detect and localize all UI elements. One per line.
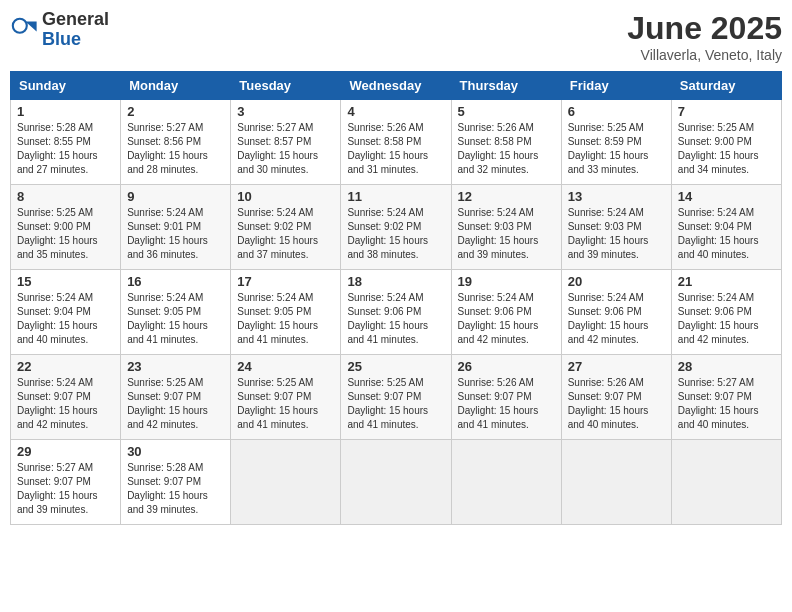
day-number: 22 xyxy=(17,359,114,374)
day-info: Sunrise: 5:24 AMSunset: 9:06 PMDaylight:… xyxy=(458,291,555,347)
day-info: Sunrise: 5:27 AMSunset: 9:07 PMDaylight:… xyxy=(678,376,775,432)
logo-blue: Blue xyxy=(42,30,109,50)
day-number: 5 xyxy=(458,104,555,119)
table-row: 7Sunrise: 5:25 AMSunset: 9:00 PMDaylight… xyxy=(671,100,781,185)
day-info: Sunrise: 5:24 AMSunset: 9:02 PMDaylight:… xyxy=(347,206,444,262)
day-number: 21 xyxy=(678,274,775,289)
day-info: Sunrise: 5:26 AMSunset: 9:07 PMDaylight:… xyxy=(458,376,555,432)
day-number: 2 xyxy=(127,104,224,119)
day-info: Sunrise: 5:24 AMSunset: 9:01 PMDaylight:… xyxy=(127,206,224,262)
month-title: June 2025 xyxy=(627,10,782,47)
day-number: 27 xyxy=(568,359,665,374)
day-info: Sunrise: 5:26 AMSunset: 9:07 PMDaylight:… xyxy=(568,376,665,432)
table-row: 19Sunrise: 5:24 AMSunset: 9:06 PMDayligh… xyxy=(451,270,561,355)
table-row: 14Sunrise: 5:24 AMSunset: 9:04 PMDayligh… xyxy=(671,185,781,270)
day-info: Sunrise: 5:28 AMSunset: 8:55 PMDaylight:… xyxy=(17,121,114,177)
calendar-row: 1Sunrise: 5:28 AMSunset: 8:55 PMDaylight… xyxy=(11,100,782,185)
day-number: 14 xyxy=(678,189,775,204)
day-info: Sunrise: 5:27 AMSunset: 9:07 PMDaylight:… xyxy=(17,461,114,517)
day-info: Sunrise: 5:25 AMSunset: 9:07 PMDaylight:… xyxy=(127,376,224,432)
day-info: Sunrise: 5:25 AMSunset: 9:07 PMDaylight:… xyxy=(237,376,334,432)
day-info: Sunrise: 5:24 AMSunset: 9:05 PMDaylight:… xyxy=(237,291,334,347)
day-info: Sunrise: 5:26 AMSunset: 8:58 PMDaylight:… xyxy=(347,121,444,177)
col-sunday: Sunday xyxy=(11,72,121,100)
logo-icon xyxy=(10,16,38,44)
table-row: 12Sunrise: 5:24 AMSunset: 9:03 PMDayligh… xyxy=(451,185,561,270)
table-row: 5Sunrise: 5:26 AMSunset: 8:58 PMDaylight… xyxy=(451,100,561,185)
table-row xyxy=(671,440,781,525)
day-number: 7 xyxy=(678,104,775,119)
table-row: 18Sunrise: 5:24 AMSunset: 9:06 PMDayligh… xyxy=(341,270,451,355)
col-wednesday: Wednesday xyxy=(341,72,451,100)
table-row xyxy=(231,440,341,525)
table-row: 17Sunrise: 5:24 AMSunset: 9:05 PMDayligh… xyxy=(231,270,341,355)
table-row xyxy=(341,440,451,525)
day-info: Sunrise: 5:24 AMSunset: 9:02 PMDaylight:… xyxy=(237,206,334,262)
day-number: 15 xyxy=(17,274,114,289)
day-number: 23 xyxy=(127,359,224,374)
table-row: 25Sunrise: 5:25 AMSunset: 9:07 PMDayligh… xyxy=(341,355,451,440)
col-monday: Monday xyxy=(121,72,231,100)
day-number: 9 xyxy=(127,189,224,204)
calendar-header-row: Sunday Monday Tuesday Wednesday Thursday… xyxy=(11,72,782,100)
svg-point-0 xyxy=(13,19,27,33)
day-number: 24 xyxy=(237,359,334,374)
table-row: 1Sunrise: 5:28 AMSunset: 8:55 PMDaylight… xyxy=(11,100,121,185)
col-friday: Friday xyxy=(561,72,671,100)
day-info: Sunrise: 5:24 AMSunset: 9:06 PMDaylight:… xyxy=(678,291,775,347)
day-info: Sunrise: 5:28 AMSunset: 9:07 PMDaylight:… xyxy=(127,461,224,517)
table-row: 24Sunrise: 5:25 AMSunset: 9:07 PMDayligh… xyxy=(231,355,341,440)
logo-general: General xyxy=(42,10,109,30)
day-number: 19 xyxy=(458,274,555,289)
table-row: 13Sunrise: 5:24 AMSunset: 9:03 PMDayligh… xyxy=(561,185,671,270)
table-row: 9Sunrise: 5:24 AMSunset: 9:01 PMDaylight… xyxy=(121,185,231,270)
day-info: Sunrise: 5:26 AMSunset: 8:58 PMDaylight:… xyxy=(458,121,555,177)
day-info: Sunrise: 5:24 AMSunset: 9:05 PMDaylight:… xyxy=(127,291,224,347)
day-number: 3 xyxy=(237,104,334,119)
table-row: 10Sunrise: 5:24 AMSunset: 9:02 PMDayligh… xyxy=(231,185,341,270)
day-info: Sunrise: 5:24 AMSunset: 9:03 PMDaylight:… xyxy=(568,206,665,262)
title-area: June 2025 Villaverla, Veneto, Italy xyxy=(627,10,782,63)
day-number: 10 xyxy=(237,189,334,204)
calendar-row: 15Sunrise: 5:24 AMSunset: 9:04 PMDayligh… xyxy=(11,270,782,355)
table-row: 11Sunrise: 5:24 AMSunset: 9:02 PMDayligh… xyxy=(341,185,451,270)
table-row xyxy=(451,440,561,525)
calendar-table: Sunday Monday Tuesday Wednesday Thursday… xyxy=(10,71,782,525)
day-number: 12 xyxy=(458,189,555,204)
day-number: 6 xyxy=(568,104,665,119)
day-info: Sunrise: 5:25 AMSunset: 9:00 PMDaylight:… xyxy=(678,121,775,177)
col-tuesday: Tuesday xyxy=(231,72,341,100)
location: Villaverla, Veneto, Italy xyxy=(627,47,782,63)
table-row: 30Sunrise: 5:28 AMSunset: 9:07 PMDayligh… xyxy=(121,440,231,525)
day-info: Sunrise: 5:24 AMSunset: 9:03 PMDaylight:… xyxy=(458,206,555,262)
day-number: 30 xyxy=(127,444,224,459)
day-info: Sunrise: 5:27 AMSunset: 8:56 PMDaylight:… xyxy=(127,121,224,177)
day-info: Sunrise: 5:27 AMSunset: 8:57 PMDaylight:… xyxy=(237,121,334,177)
table-row: 6Sunrise: 5:25 AMSunset: 8:59 PMDaylight… xyxy=(561,100,671,185)
day-info: Sunrise: 5:24 AMSunset: 9:04 PMDaylight:… xyxy=(17,291,114,347)
day-info: Sunrise: 5:25 AMSunset: 8:59 PMDaylight:… xyxy=(568,121,665,177)
table-row: 8Sunrise: 5:25 AMSunset: 9:00 PMDaylight… xyxy=(11,185,121,270)
day-number: 11 xyxy=(347,189,444,204)
day-number: 29 xyxy=(17,444,114,459)
day-info: Sunrise: 5:24 AMSunset: 9:04 PMDaylight:… xyxy=(678,206,775,262)
calendar-row: 22Sunrise: 5:24 AMSunset: 9:07 PMDayligh… xyxy=(11,355,782,440)
day-info: Sunrise: 5:25 AMSunset: 9:00 PMDaylight:… xyxy=(17,206,114,262)
logo: General Blue xyxy=(10,10,109,50)
day-number: 8 xyxy=(17,189,114,204)
table-row: 4Sunrise: 5:26 AMSunset: 8:58 PMDaylight… xyxy=(341,100,451,185)
header: General Blue June 2025 Villaverla, Venet… xyxy=(10,10,782,63)
table-row xyxy=(561,440,671,525)
table-row: 29Sunrise: 5:27 AMSunset: 9:07 PMDayligh… xyxy=(11,440,121,525)
day-number: 1 xyxy=(17,104,114,119)
table-row: 15Sunrise: 5:24 AMSunset: 9:04 PMDayligh… xyxy=(11,270,121,355)
day-number: 13 xyxy=(568,189,665,204)
table-row: 20Sunrise: 5:24 AMSunset: 9:06 PMDayligh… xyxy=(561,270,671,355)
col-thursday: Thursday xyxy=(451,72,561,100)
day-number: 20 xyxy=(568,274,665,289)
calendar-row: 29Sunrise: 5:27 AMSunset: 9:07 PMDayligh… xyxy=(11,440,782,525)
col-saturday: Saturday xyxy=(671,72,781,100)
day-info: Sunrise: 5:24 AMSunset: 9:06 PMDaylight:… xyxy=(568,291,665,347)
table-row: 21Sunrise: 5:24 AMSunset: 9:06 PMDayligh… xyxy=(671,270,781,355)
day-number: 26 xyxy=(458,359,555,374)
